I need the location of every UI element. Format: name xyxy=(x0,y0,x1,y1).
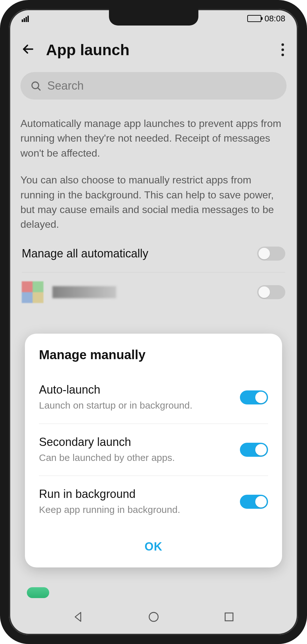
secondary-launch-sub: Can be launched by other apps. xyxy=(39,451,234,464)
secondary-launch-row[interactable]: Secondary launch Can be launched by othe… xyxy=(25,424,282,476)
auto-launch-toggle[interactable] xyxy=(240,390,268,404)
nav-recents-icon[interactable] xyxy=(222,610,236,625)
app-name-obscured xyxy=(52,286,116,298)
run-background-label: Run in background xyxy=(39,487,234,501)
description-block: Automatically manage app launches to pre… xyxy=(9,103,298,235)
partial-app-icon xyxy=(27,587,49,598)
app-item-toggle[interactable] xyxy=(257,285,285,299)
app-icon xyxy=(22,281,43,303)
manage-all-row[interactable]: Manage all automatically xyxy=(9,235,298,272)
svg-rect-2 xyxy=(225,613,233,621)
run-background-sub: Keep app running in background. xyxy=(39,503,234,516)
run-background-toggle[interactable] xyxy=(240,495,268,509)
secondary-launch-label: Secondary launch xyxy=(39,435,234,449)
nav-home-icon[interactable] xyxy=(147,610,160,625)
phone-frame: 08:08 App launch Search Automatically ma… xyxy=(0,0,307,644)
notch xyxy=(109,9,198,26)
status-time: 08:08 xyxy=(265,14,285,24)
run-background-row[interactable]: Run in background Keep app running in ba… xyxy=(25,476,282,528)
ok-button[interactable]: OK xyxy=(25,528,282,567)
manage-all-label: Manage all automatically xyxy=(22,247,251,260)
manage-all-toggle[interactable] xyxy=(257,247,285,261)
search-icon xyxy=(30,80,42,92)
signal-icon xyxy=(22,15,29,22)
battery-icon xyxy=(247,15,261,22)
auto-launch-row[interactable]: Auto-launch Launch on startup or in back… xyxy=(25,372,282,424)
svg-point-1 xyxy=(149,612,158,621)
description-paragraph-1: Automatically manage app launches to pre… xyxy=(20,116,287,160)
description-paragraph-2: You can also choose to manually restrict… xyxy=(20,173,287,232)
secondary-launch-toggle[interactable] xyxy=(240,443,268,457)
manage-manually-dialog: Manage manually Auto-launch Launch on st… xyxy=(25,334,282,567)
search-placeholder: Search xyxy=(47,79,84,93)
app-list-item[interactable] xyxy=(9,272,298,312)
navigation-bar xyxy=(9,600,298,635)
overflow-menu-icon[interactable] xyxy=(279,41,287,59)
search-input[interactable]: Search xyxy=(20,72,287,100)
page-title: App launch xyxy=(46,41,269,59)
nav-back-icon[interactable] xyxy=(71,610,85,625)
app-header: App launch xyxy=(9,28,298,68)
back-arrow-icon[interactable] xyxy=(20,41,36,58)
auto-launch-sub: Launch on startup or in background. xyxy=(39,399,234,412)
auto-launch-label: Auto-launch xyxy=(39,383,234,396)
dialog-title: Manage manually xyxy=(25,348,282,372)
